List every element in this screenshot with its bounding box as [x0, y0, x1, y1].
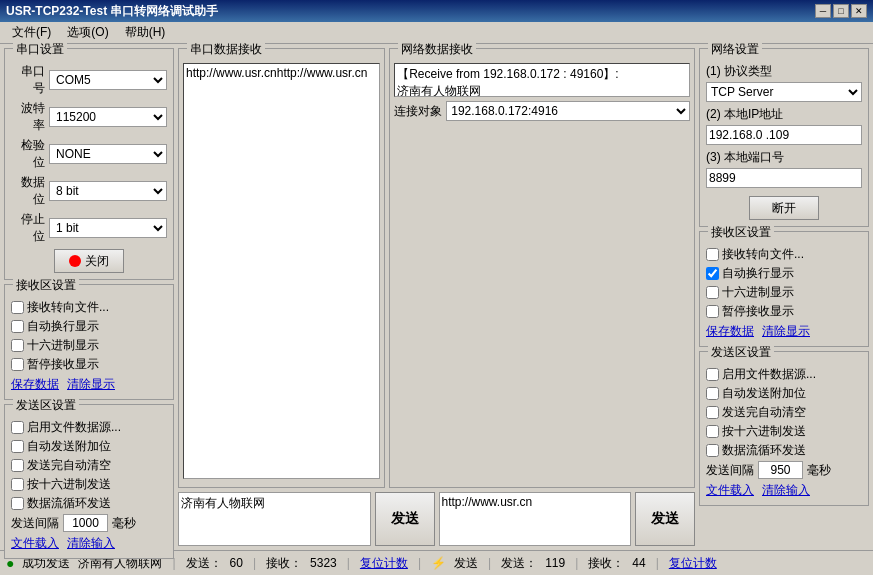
menu-help[interactable]: 帮助(H)	[117, 22, 174, 43]
net-send-chk-3[interactable]	[706, 425, 719, 438]
send1-value: 60	[230, 556, 243, 570]
net-interval-input[interactable]	[758, 461, 803, 479]
net-send-chk-2[interactable]	[706, 406, 719, 419]
net-send-opt-4: 数据流循环发送	[706, 442, 862, 459]
maximize-button[interactable]: □	[833, 4, 849, 18]
serial-send-textarea[interactable]: 济南有人物联网	[179, 493, 370, 545]
serial-send-chk-1[interactable]	[11, 440, 24, 453]
stop-bits-select[interactable]: 1 bit	[49, 218, 167, 238]
serial-recv-opt-label-0: 接收转向文件...	[27, 299, 109, 316]
net-recv-chk-3[interactable]	[706, 305, 719, 318]
sep6: |	[575, 556, 578, 570]
net-file-load-link[interactable]: 文件载入	[706, 482, 754, 499]
serial-recv-chk-3[interactable]	[11, 358, 24, 371]
serial-send-opt-label-3: 按十六进制发送	[27, 476, 111, 493]
network-disconnect-button[interactable]: 断开	[749, 196, 819, 220]
reset-count-button-1[interactable]: 复位计数	[360, 555, 408, 572]
net-send-opt-label-4: 数据流循环发送	[722, 442, 806, 459]
serial-recv-opt-3: 暂停接收显示	[11, 356, 167, 373]
net-send-chk-1[interactable]	[706, 387, 719, 400]
net-recv-chk-2[interactable]	[706, 286, 719, 299]
serial-interval-row: 发送间隔 毫秒	[11, 514, 167, 532]
serial-send-opt-3: 按十六进制发送	[11, 476, 167, 493]
net-send-opt-1: 自动发送附加位	[706, 385, 862, 402]
serial-recv-clear-link[interactable]: 清除显示	[67, 376, 115, 393]
serial-close-button[interactable]: 关闭	[54, 249, 124, 273]
serial-settings-group: 串口设置 串口号 COM5 波特率 115200 检验位 NONE	[4, 48, 174, 280]
port-select[interactable]: COM5	[49, 70, 167, 90]
local-port-input[interactable]	[706, 168, 862, 188]
net-recv-opt-label-3: 暂停接收显示	[722, 303, 794, 320]
net-send-chk-0[interactable]	[706, 368, 719, 381]
serial-send-opt-0: 启用文件数据源...	[11, 419, 167, 436]
serial-interval-input[interactable]	[63, 514, 108, 532]
network-recv-panel: 网络数据接收 【Receive from 192.168.0.172 : 491…	[389, 48, 695, 488]
reset-count-button-2[interactable]: 复位计数	[669, 555, 717, 572]
net-send-links: 文件载入 清除输入	[706, 482, 862, 499]
sep4: |	[418, 556, 421, 570]
net-recv-clear-link[interactable]: 清除显示	[762, 323, 810, 340]
net-send-opt-0: 启用文件数据源...	[706, 366, 862, 383]
serial-interval-unit: 毫秒	[112, 515, 136, 532]
serial-recv-chk-1[interactable]	[11, 320, 24, 333]
minimize-button[interactable]: ─	[815, 4, 831, 18]
baud-row: 波特率 115200	[11, 100, 167, 134]
net-clear-input-link[interactable]: 清除输入	[762, 482, 810, 499]
net-recv-chk-0[interactable]	[706, 248, 719, 261]
net-send-chk-4[interactable]	[706, 444, 719, 457]
serial-send-chk-4[interactable]	[11, 497, 24, 510]
connect-target-select[interactable]: 192.168.0.172:4916	[446, 101, 690, 121]
network-recv-settings-title: 接收区设置	[708, 224, 774, 241]
serial-recv-opt-2: 十六进制显示	[11, 337, 167, 354]
serial-send-settings-group: 发送区设置 启用文件数据源... 自动发送附加位 发送完自动清空 按十六进制发送…	[4, 404, 174, 559]
sep7: |	[656, 556, 659, 570]
disconnect-label: 断开	[772, 200, 796, 217]
serial-send-chk-3[interactable]	[11, 478, 24, 491]
serial-file-load-link[interactable]: 文件载入	[11, 535, 59, 552]
right-panel: 网络设置 (1) 协议类型 TCP Server (2) 本地IP地址 (3) …	[699, 48, 869, 546]
serial-send-chk-0[interactable]	[11, 421, 24, 434]
window-controls: ─ □ ✕	[815, 4, 867, 18]
serial-interval-label: 发送间隔	[11, 515, 59, 532]
net-recv-save-link[interactable]: 保存数据	[706, 323, 754, 340]
serial-send-settings-title: 发送区设置	[13, 397, 79, 414]
send-icon: ⚡	[431, 556, 446, 570]
serial-recv-title: 串口数据接收	[187, 41, 265, 58]
serial-send-opt-4: 数据流循环发送	[11, 495, 167, 512]
serial-recv-opt-1: 自动换行显示	[11, 318, 167, 335]
network-send-button[interactable]: 发送	[635, 492, 695, 546]
sep5: |	[488, 556, 491, 570]
recv2-label: 接收：	[588, 555, 624, 572]
recv2-value: 44	[632, 556, 645, 570]
protocol-select[interactable]: TCP Server	[706, 82, 862, 102]
serial-send-button[interactable]: 发送	[375, 492, 435, 546]
network-send-settings-group: 发送区设置 启用文件数据源... 自动发送附加位 发送完自动清空 按十六进制发送…	[699, 351, 869, 506]
menu-options[interactable]: 选项(O)	[59, 22, 116, 43]
sep2: |	[253, 556, 256, 570]
network-recv-textarea[interactable]: 【Receive from 192.168.0.172 : 49160】: 济南…	[394, 63, 690, 97]
net-interval-label: 发送间隔	[706, 462, 754, 479]
data-bits-select[interactable]: 8 bit	[49, 181, 167, 201]
serial-recv-textarea[interactable]	[183, 63, 380, 479]
recv1-value: 5323	[310, 556, 337, 570]
serial-recv-opt-label-1: 自动换行显示	[27, 318, 99, 335]
serial-send-links: 文件载入 清除输入	[11, 535, 167, 552]
stop-bits-row: 停止位 1 bit	[11, 211, 167, 245]
left-panel: 串口设置 串口号 COM5 波特率 115200 检验位 NONE	[4, 48, 174, 546]
local-ip-input[interactable]	[706, 125, 862, 145]
serial-recv-chk-0[interactable]	[11, 301, 24, 314]
parity-select[interactable]: NONE	[49, 144, 167, 164]
serial-clear-input-link[interactable]: 清除输入	[67, 535, 115, 552]
serial-recv-settings-group: 接收区设置 接收转向文件... 自动换行显示 十六进制显示 暂停接收显示 保存数…	[4, 284, 174, 400]
net-recv-chk-1[interactable]	[706, 267, 719, 280]
serial-recv-save-link[interactable]: 保存数据	[11, 376, 59, 393]
send1-label: 发送：	[186, 555, 222, 572]
send2-label-prefix: 发送	[454, 555, 478, 572]
network-send-textarea[interactable]: http://www.usr.cn	[440, 493, 631, 545]
menu-file[interactable]: 文件(F)	[4, 22, 59, 43]
net-recv-links: 保存数据 清除显示	[706, 323, 862, 340]
close-button[interactable]: ✕	[851, 4, 867, 18]
baud-select[interactable]: 115200	[49, 107, 167, 127]
serial-recv-chk-2[interactable]	[11, 339, 24, 352]
serial-send-chk-2[interactable]	[11, 459, 24, 472]
